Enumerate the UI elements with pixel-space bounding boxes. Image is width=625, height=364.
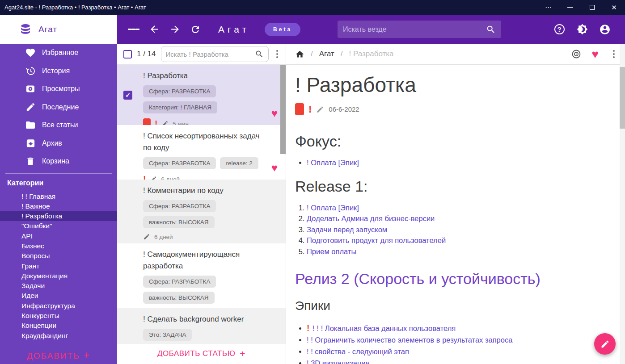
pencil-icon xyxy=(25,101,36,113)
help-button[interactable]: ? xyxy=(553,24,565,35)
close-icon: ✕ xyxy=(611,4,617,12)
global-search-input[interactable] xyxy=(343,25,486,33)
refresh-icon xyxy=(190,24,201,35)
sidebar-item-favorites[interactable]: Избранное xyxy=(0,44,117,62)
edit-fab-button[interactable] xyxy=(594,333,616,355)
list-item-selected[interactable]: ✓ ! Разработка Сфера: РАЗРАБОТКА Категор… xyxy=(117,65,286,125)
article-link[interactable]: Задачи перед запуском xyxy=(307,226,387,234)
list-search-input[interactable] xyxy=(166,50,255,58)
home-icon[interactable] xyxy=(295,50,304,59)
forward-button[interactable] xyxy=(169,24,181,35)
item-tags: Сфера: РАЗРАБОТКА Категория: ! ГЛАВНАЯ xyxy=(143,85,266,113)
heart-icon xyxy=(25,47,36,59)
window-minimize-button[interactable] xyxy=(559,0,581,15)
category-item[interactable]: API xyxy=(0,231,117,241)
list-bullet: !! ! ! Локальная база данных пользовател… xyxy=(307,322,609,334)
window-close-button[interactable]: ✕ xyxy=(603,0,625,15)
sidebar-item-archive[interactable]: Архив xyxy=(0,134,117,153)
sidebar-item-recent[interactable]: Последние xyxy=(0,98,117,117)
global-search xyxy=(338,21,501,38)
minimize-icon xyxy=(567,7,573,8)
sidebar-item-all-articles[interactable]: Все статьи xyxy=(0,116,117,134)
app-logo[interactable]: Агат xyxy=(0,15,117,44)
sidebar-item-views[interactable]: Просмотры xyxy=(0,80,117,98)
select-all-checkbox[interactable] xyxy=(123,50,132,59)
list-item[interactable]: ! Сделать background worker Это: ЗАДАЧА … xyxy=(117,308,286,343)
category-item[interactable]: Концепции xyxy=(0,321,117,331)
window-more-button[interactable]: ⋯ xyxy=(537,0,559,15)
arrow-right-icon xyxy=(169,24,181,35)
content-scrollbar-thumb[interactable] xyxy=(620,67,625,129)
list-bullet: ! Оплата [Эпик] xyxy=(307,157,609,168)
article-link[interactable]: Подготовить продукт для пользователей xyxy=(307,236,446,244)
category-item[interactable]: Грант xyxy=(0,261,117,271)
breadcrumb-current: ! Разработка xyxy=(349,50,394,59)
category-item[interactable]: Конкуренты xyxy=(0,311,117,321)
add-category-button[interactable]: ДОБАВИТЬ+ xyxy=(0,349,117,361)
more-icon: ⋯ xyxy=(545,4,552,12)
divider xyxy=(295,123,609,123)
article-link[interactable]: ! Оплата [Эпик] xyxy=(307,204,359,212)
category-item[interactable]: Бизнес xyxy=(0,241,117,251)
favorite-heart-icon[interactable]: ♥ xyxy=(271,108,278,119)
category-item-selected[interactable]: ! Разработка xyxy=(0,211,117,221)
list-item[interactable]: ! Самодокументирующаяся разработка Сфера… xyxy=(117,243,286,308)
category-item[interactable]: Краудфандинг xyxy=(0,331,117,341)
category-item[interactable]: ! Важное xyxy=(0,201,117,211)
account-button[interactable] xyxy=(599,24,611,35)
article-link[interactable]: ! ! свойства - следующий этап xyxy=(307,347,409,356)
list-bullet: Задачи перед запуском xyxy=(307,224,609,235)
category-item[interactable]: Вопросы xyxy=(0,251,117,261)
article-link[interactable]: ! ! Ограничить количество элементов в ре… xyxy=(307,336,512,344)
red-exclamation: ! xyxy=(143,174,146,180)
watch-eye-icon[interactable] xyxy=(571,49,582,59)
tag-pill: release: 2 xyxy=(220,157,258,169)
article-menu-button[interactable] xyxy=(609,50,619,58)
article-link[interactable]: ! Оплата [Эпик] xyxy=(307,159,359,167)
sidebar-item-label: История xyxy=(42,67,70,75)
item-edited: 5 мин. xyxy=(173,121,190,126)
red-flag-icon xyxy=(143,118,151,125)
category-item[interactable]: Задачи xyxy=(0,281,117,291)
list-item[interactable]: ! Список несортированных задач по коду С… xyxy=(117,125,286,180)
refresh-button[interactable] xyxy=(190,24,201,35)
list-header: 1 / 14 xyxy=(117,44,286,65)
epics-list: !! ! ! Локальная база данных пользовател… xyxy=(297,322,609,364)
sidebar-item-history[interactable]: История xyxy=(0,62,117,80)
sidebar-item-label: Корзина xyxy=(42,157,69,165)
category-item[interactable]: Идеи xyxy=(0,291,117,301)
red-exclamation: ! xyxy=(307,323,309,333)
pencil-icon xyxy=(150,176,157,180)
category-item[interactable]: "Ошибки" xyxy=(0,221,117,231)
list-scrollbar-thumb[interactable] xyxy=(280,65,286,154)
item-title: ! Разработка xyxy=(143,70,266,82)
list-item[interactable]: ! Комментарии по коду Сфера: РАЗРАБОТКА … xyxy=(117,180,286,243)
article-link[interactable]: Прием оплаты xyxy=(307,247,356,255)
article-link[interactable]: ! 3D визуализация xyxy=(307,359,370,364)
window-maximize-button[interactable] xyxy=(581,0,603,15)
sidebar-item-label: Все статьи xyxy=(42,121,78,129)
sidebar-item-trash[interactable]: Корзина xyxy=(0,152,117,171)
red-exclamation: ! xyxy=(308,104,312,115)
favorite-heart-icon[interactable]: ♥ xyxy=(271,163,278,173)
category-item[interactable]: Документация xyxy=(0,271,117,281)
list-menu-button[interactable] xyxy=(274,50,281,58)
category-item[interactable]: ! ! Главная xyxy=(0,192,117,201)
add-article-button[interactable]: ДОБАВИТЬ СТАТЬЮ + xyxy=(117,343,286,364)
article-link[interactable]: ! ! ! Локальная база данных пользователя xyxy=(312,324,456,332)
theme-toggle-button[interactable] xyxy=(576,24,588,35)
breadcrumb-root[interactable]: Агат xyxy=(319,50,334,59)
tag-pill: Сфера: РАЗРАБОТКА xyxy=(143,157,216,169)
item-meta: 6 дней xyxy=(143,233,266,240)
favorite-heart-icon[interactable]: ♥ xyxy=(592,48,599,60)
article-link[interactable]: Доделать Админа для бизнес-версии xyxy=(307,214,435,222)
category-item[interactable]: Инфраструктура xyxy=(0,301,117,311)
article-body: ! Разработка ! 06-6-2022 Фокус: ! Оплата… xyxy=(286,65,620,364)
red-exclamation: ! xyxy=(155,119,157,125)
item-checkbox-checked[interactable]: ✓ xyxy=(123,91,132,100)
check-icon: ✓ xyxy=(125,92,131,99)
trash-icon xyxy=(25,155,36,167)
list-bullet: Прием оплаты xyxy=(307,246,609,257)
back-button[interactable] xyxy=(148,24,160,35)
menu-button[interactable] xyxy=(128,24,139,35)
